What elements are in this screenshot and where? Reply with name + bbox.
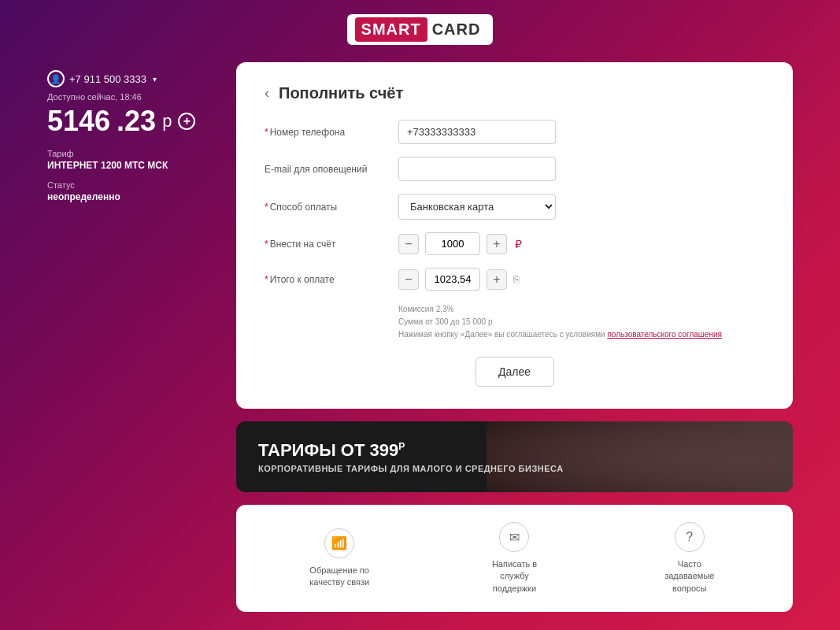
support-email-item[interactable]: ✉ Написать в службу поддержки bbox=[479, 522, 550, 595]
agreement-link[interactable]: пользовательского соглашения bbox=[607, 330, 722, 339]
balance-decimal: .23 bbox=[117, 105, 156, 138]
email-icon: ✉ bbox=[499, 522, 529, 552]
logo-smart: SMART bbox=[355, 17, 427, 42]
sum-range-text: Сумма от 300 до 15 000 р bbox=[398, 316, 764, 328]
support-faq-item[interactable]: ? Часто задаваемые вопросы bbox=[654, 522, 725, 595]
phone-number: +7 911 500 3333 bbox=[69, 73, 146, 85]
faq-label: Часто задаваемые вопросы bbox=[654, 558, 725, 595]
total-label: *Итого к оплате bbox=[265, 274, 398, 285]
amount-control: − + ₽ bbox=[398, 232, 522, 255]
topup-title: Пополнить счёт bbox=[279, 84, 403, 102]
support-quality-item[interactable]: 📶 Обращение по качеству связи bbox=[304, 528, 375, 589]
total-plus-button[interactable]: + bbox=[487, 269, 507, 290]
topup-card: ‹ Пополнить счёт *Номер телефона E-mail … bbox=[236, 62, 793, 409]
balance-display: 5146.23 р + bbox=[47, 105, 213, 138]
logo-card: CARD bbox=[427, 17, 486, 42]
quality-label: Обращение по качеству связи bbox=[304, 565, 375, 589]
balance-integer: 5146 bbox=[47, 105, 110, 138]
total-minus-button[interactable]: − bbox=[398, 269, 419, 290]
currency-symbol: р bbox=[162, 111, 172, 132]
tariff-label: Тариф bbox=[47, 149, 213, 158]
main-layout: 👤 +7 911 500 3333 ▾ Доступно сейчас, 18:… bbox=[0, 54, 840, 620]
total-control: − + ⎘ bbox=[398, 268, 520, 291]
phone-row: *Номер телефона bbox=[265, 120, 764, 144]
email-label: Написать в службу поддержки bbox=[479, 558, 550, 595]
sidebar: 👤 +7 911 500 3333 ▾ Доступно сейчас, 18:… bbox=[47, 62, 213, 612]
amount-plus-button[interactable]: + bbox=[487, 234, 507, 254]
next-button[interactable]: Далее bbox=[476, 357, 554, 387]
account-icon: 👤 bbox=[47, 70, 65, 87]
content-area: ‹ Пополнить счёт *Номер телефона E-mail … bbox=[236, 62, 793, 612]
email-input[interactable] bbox=[398, 157, 556, 181]
quality-icon: 📶 bbox=[324, 528, 354, 558]
email-row: E-mail для оповещений bbox=[265, 157, 764, 181]
amount-label: *Внести на счёт bbox=[265, 239, 398, 250]
faq-icon: ? bbox=[675, 522, 705, 552]
agreement-text: Нажимая кнопку «Далее» вы соглашаетесь с… bbox=[398, 328, 764, 341]
info-block: Комиссия 2,3% Сумма от 300 до 15 000 р Н… bbox=[398, 303, 764, 341]
status-value: неопределенно bbox=[47, 191, 213, 202]
phone-label: *Номер телефона bbox=[265, 127, 398, 138]
footer: © 2010-2021 Smartcard bbox=[0, 620, 840, 630]
commission-text: Комиссия 2,3% bbox=[398, 303, 764, 316]
status-label: Статус bbox=[47, 180, 213, 190]
dropdown-arrow-icon[interactable]: ▾ bbox=[153, 75, 157, 83]
payment-row: *Способ оплаты Банковская карта bbox=[265, 194, 764, 220]
account-info[interactable]: 👤 +7 911 500 3333 ▾ bbox=[47, 70, 213, 87]
amount-minus-button[interactable]: − bbox=[398, 234, 419, 254]
copy-icon[interactable]: ⎘ bbox=[513, 273, 520, 285]
add-funds-button[interactable]: + bbox=[178, 113, 195, 130]
topup-header: ‹ Пополнить счёт bbox=[265, 84, 764, 102]
support-card: 📶 Обращение по качеству связи ✉ Написать… bbox=[236, 505, 793, 612]
amount-row: *Внести на счёт − + ₽ bbox=[265, 232, 764, 255]
total-input[interactable] bbox=[425, 268, 480, 291]
logo: SMART CARD bbox=[347, 14, 494, 45]
total-row: *Итого к оплате − + ⎘ bbox=[265, 268, 764, 291]
payment-select[interactable]: Банковская карта bbox=[398, 194, 556, 220]
available-label: Доступно сейчас, 18:46 bbox=[47, 92, 213, 102]
back-button[interactable]: ‹ bbox=[265, 85, 269, 102]
banner-title: ТАРИФЫ ОТ 399Р bbox=[258, 440, 771, 461]
amount-input[interactable] bbox=[425, 232, 480, 255]
header: SMART CARD bbox=[0, 0, 840, 54]
amount-currency: ₽ bbox=[515, 238, 522, 250]
banner-card[interactable]: ТАРИФЫ ОТ 399Р КОРПОРАТИВНЫЕ ТАРИФЫ ДЛЯ … bbox=[236, 421, 793, 492]
payment-label: *Способ оплаты bbox=[265, 202, 398, 213]
banner-subtitle: КОРПОРАТИВНЫЕ ТАРИФЫ ДЛЯ МАЛОГО И СРЕДНЕ… bbox=[258, 464, 771, 473]
phone-input[interactable] bbox=[398, 120, 556, 144]
email-label: E-mail для оповещений bbox=[265, 164, 398, 175]
tariff-value: ИНТЕРНЕТ 1200 МТС МСК bbox=[47, 160, 213, 171]
